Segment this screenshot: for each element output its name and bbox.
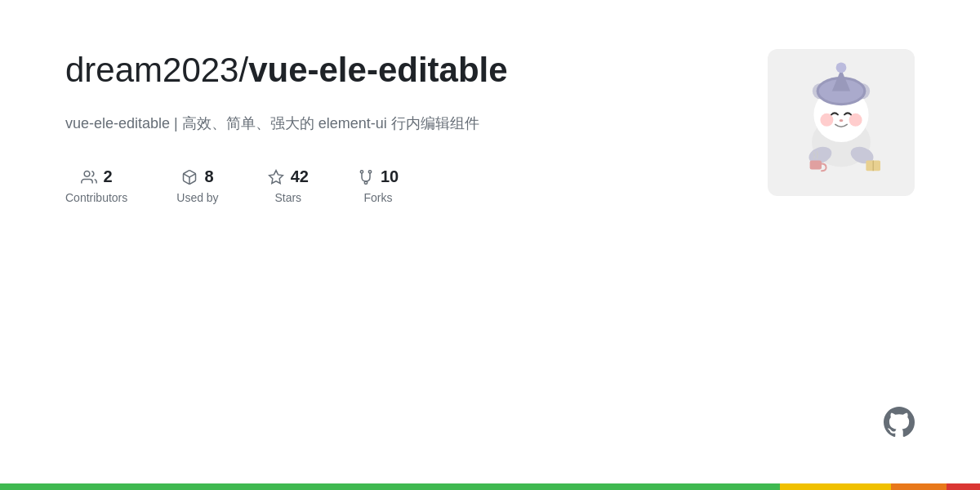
svg-point-18 [840,119,844,122]
used-by-count: 8 [204,167,213,186]
used-by-label: Used by [176,191,218,204]
contributors-label: Contributors [65,191,127,204]
svg-rect-23 [810,160,822,169]
people-icon [81,169,97,185]
stat-contributors-top: 2 [81,167,113,186]
stat-stars-top: 42 [268,167,309,186]
stat-contributors[interactable]: 2 Contributors [65,167,127,204]
forks-count: 10 [381,167,399,186]
svg-point-4 [368,170,371,172]
repo-avatar [768,49,915,196]
bar-yellow [780,483,891,490]
svg-point-0 [84,171,90,176]
main-content: dream2023/vue-ele-editable vue-ele-edita… [0,0,980,237]
mascot-illustration [776,57,906,188]
stars-label: Stars [274,191,301,204]
bottom-bar [0,483,980,490]
stat-forks-top: 10 [358,167,399,186]
fork-icon [358,169,374,185]
stars-count: 42 [291,167,309,186]
left-section: dream2023/vue-ele-editable vue-ele-edita… [65,49,702,204]
stat-stars[interactable]: 42 Stars [268,167,309,204]
package-icon [181,169,198,185]
right-section [768,49,915,196]
repo-owner[interactable]: dream2023/ [65,51,248,89]
star-icon [268,169,284,185]
contributors-count: 2 [104,167,113,186]
bar-orange [891,483,947,490]
stat-used-by[interactable]: 8 Used by [176,167,218,204]
repo-name[interactable]: vue-ele-editable [248,51,507,89]
repo-description: vue-ele-editable | 高效、简单、强大的 element-ui … [65,112,637,136]
repo-title: dream2023/vue-ele-editable [65,49,702,92]
bar-red [947,483,980,490]
stat-forks[interactable]: 10 Forks [358,167,399,204]
bar-green [0,483,780,490]
stat-used-by-top: 8 [181,167,213,186]
forks-label: Forks [364,191,393,204]
svg-marker-2 [269,170,283,183]
stats-row: 2 Contributors 8 Used by [65,167,702,204]
svg-point-15 [836,62,847,73]
github-icon[interactable] [884,407,915,441]
svg-point-3 [360,170,363,172]
